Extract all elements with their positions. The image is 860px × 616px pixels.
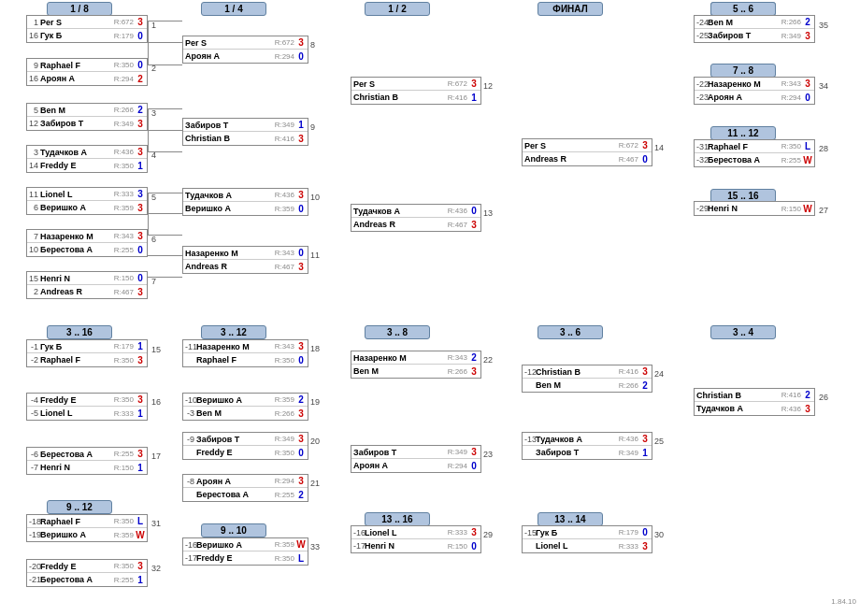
matchnum-11: 11	[310, 251, 320, 260]
match-24: -12 Christian B R:416 3 Ben M R:266 2	[522, 365, 652, 393]
matchnum-28: 28	[819, 144, 828, 153]
matchnum-13: 13	[483, 208, 493, 218]
header-r1316: 13 .. 16	[365, 512, 430, 526]
match-13: Тудачков А R:436 0 Andreas R R:467 3	[351, 204, 481, 232]
connector	[148, 151, 182, 152]
match-32: -20 Freddy E R:350 3 -21 Берестова А R:2…	[26, 559, 148, 587]
header-r1314: 13 .. 14	[538, 512, 603, 526]
matchnum-35: 35	[819, 21, 828, 30]
match-31: -18 Raphael F R:350 L -19 Веришко А R:35…	[26, 514, 148, 542]
matchnum-24: 24	[654, 369, 664, 379]
matchnum-12: 12	[483, 81, 493, 91]
matchnum-19: 19	[310, 397, 320, 407]
match-11: Назаренко М R:343 0 Andreas R R:467 3	[182, 246, 308, 274]
match-16: -4 Freddy E R:350 3 -5 Lionel L R:333 1	[26, 393, 148, 421]
match-29: -16 Lionel L R:333 3 -17 Henri N R:150 0	[351, 525, 481, 553]
match-21: -8 Ароян А R:294 3 Берестова А R:255 2	[182, 474, 308, 502]
matchnum-20: 20	[310, 437, 320, 446]
matchnum-21: 21	[310, 479, 320, 488]
header-r56-2: 5 .. 6	[710, 2, 776, 16]
header-r910: 9 .. 10	[201, 523, 266, 537]
matchnum-16: 16	[151, 397, 161, 407]
match-33: -16 Веришко А R:359 W -17 Freddy E R:350…	[182, 537, 308, 566]
matchnum-31: 31	[151, 519, 161, 528]
match-26: Christian B R:416 2 Тудачков А R:436 3	[694, 388, 815, 416]
matchnum-17: 17	[151, 451, 161, 461]
connector	[148, 193, 182, 193]
matchnum-14: 14	[654, 143, 664, 152]
match-19: -10 Веришко А R:359 2 -3 Ben M R:266 3	[182, 393, 308, 421]
match-30: -15 Гук Б R:179 0 Lionel L R:333 3	[522, 525, 652, 553]
match-14: Per S R:672 3 Andreas R R:467 0	[522, 138, 652, 166]
matchnum-27: 27	[819, 206, 828, 215]
match-35: -24 Ben M R:266 2 -25 Забиров Т R:349 3	[694, 15, 815, 43]
match-25: -13 Тудачков А R:436 3 Забиров Т R:349 1	[522, 432, 652, 460]
matchnum-30: 30	[654, 530, 664, 539]
connector	[148, 255, 182, 256]
matchnum-5: 5	[151, 193, 156, 202]
match-23: Забиров Т R:349 3 Ароян А R:294 0	[351, 445, 481, 473]
header-r912: 9 .. 12	[47, 500, 112, 514]
match-4: 3 Тудачков А R:436 3 14 Freddy E R:350 1	[26, 145, 148, 173]
connector	[148, 235, 182, 236]
header-r1: 1 / 8	[47, 2, 112, 16]
connector	[148, 42, 182, 43]
header-r34: 3 .. 4	[710, 325, 776, 339]
matchnum-33: 33	[310, 542, 320, 552]
match-20: -9 Забиров Т R:349 3 Freddy E R:350 0	[182, 432, 308, 460]
match-28: -31 Raphael F R:350 L -32 Берестова А R:…	[694, 139, 815, 167]
match-10: Тудачков А R:436 3 Веришко А R:359 0	[182, 188, 308, 216]
match-3: 5 Ben M R:266 2 12 Забиров Т R:349 3	[26, 103, 148, 131]
header-r316: 3 .. 16	[47, 325, 112, 339]
matchnum-1: 1	[151, 21, 156, 30]
matchnum-18: 18	[310, 344, 320, 353]
match-8: Per S R:672 3 Ароян А R:294 0	[182, 36, 308, 64]
match-7: 15 Henri N R:150 0 2 Andreas R R:467 3	[26, 271, 148, 299]
matchnum-6: 6	[151, 235, 156, 244]
connector	[148, 21, 182, 21]
header-r78: 7 .. 8	[710, 64, 776, 78]
version-label: 1.84.10	[831, 597, 856, 606]
matchnum-29: 29	[483, 530, 493, 539]
match-2: 9 Raphael F R:350 0 16 Ароян А R:294 2	[26, 58, 148, 86]
match-5: 11 Lionel L R:333 3 6 Веришко А R:359 3	[26, 187, 148, 215]
match-27: -29 Henri N R:150 W	[694, 201, 815, 216]
match-1: 1 Per S R:672 3 16 Гук Б R:179 0	[26, 15, 148, 43]
matchnum-3: 3	[151, 108, 156, 118]
header-r1112: 11 .. 12	[710, 126, 776, 140]
match-12: Per S R:672 3 Christian B R:416 1	[351, 77, 481, 105]
bracket-container: 1 / 8 1 / 4 1 / 2 ФИНАЛ 5 .. 6 1 Per S R…	[0, 0, 860, 608]
match-22: Назаренко М R:343 2 Ben M R:266 3	[351, 351, 481, 379]
matchnum-23: 23	[483, 450, 493, 459]
match-34: -22 Назаренко М R:343 3 -23 Ароян А R:29…	[694, 77, 815, 105]
matchnum-9: 9	[310, 122, 315, 132]
match-6: 7 Назаренко М R:343 3 10 Берестова А R:2…	[26, 229, 148, 257]
matchnum-32: 32	[151, 564, 161, 573]
header-r3: 1 / 2	[365, 2, 430, 16]
connector	[148, 277, 182, 278]
header-r2: 1 / 4	[201, 2, 266, 16]
connector	[148, 130, 182, 131]
connector	[148, 64, 182, 65]
matchnum-25: 25	[654, 437, 664, 446]
header-final: ФИНАЛ	[538, 2, 603, 16]
matchnum-22: 22	[483, 355, 493, 365]
matchnum-7: 7	[151, 277, 156, 286]
match-15: -1 Гук Б R:179 1 -2 Raphael F R:350 3	[26, 339, 148, 367]
match-17: -6 Берестова А R:255 3 -7 Henri N R:150 …	[26, 447, 148, 475]
header-r38: 3 .. 8	[365, 325, 430, 339]
header-r36: 3 .. 6	[538, 325, 603, 339]
connector	[148, 213, 182, 214]
matchnum-8: 8	[310, 40, 315, 50]
header-r312: 3 .. 12	[201, 325, 266, 339]
matchnum-10: 10	[310, 193, 320, 202]
matchnum-15: 15	[151, 345, 161, 354]
connector	[148, 108, 182, 109]
match-9: Забиров Т R:349 1 Christian B R:416 3	[182, 118, 308, 146]
matchnum-26: 26	[819, 393, 828, 402]
matchnum-34: 34	[819, 81, 828, 91]
match-18: -11 Назаренко М R:343 3 Raphael F R:350 …	[182, 339, 308, 367]
